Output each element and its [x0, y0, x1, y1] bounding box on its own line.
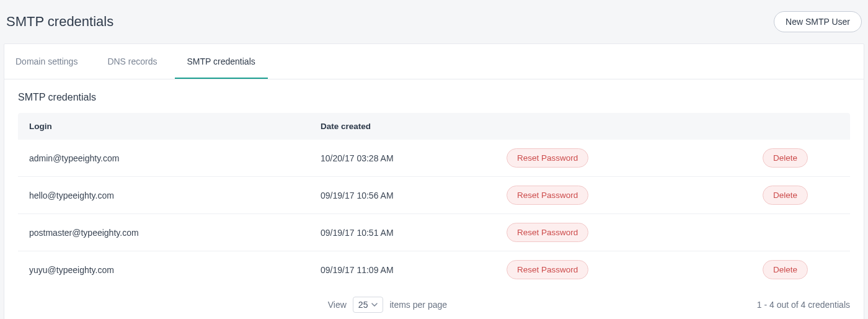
items-per-page-suffix: items per page	[389, 300, 447, 310]
delete-button[interactable]: Delete	[763, 148, 808, 168]
col-header-date: Date created	[321, 122, 507, 131]
table-header: Login Date created	[18, 113, 850, 140]
cell-date: 09/19/17 10:56 AM	[321, 191, 507, 200]
tab-smtp-credentials[interactable]: SMTP credentials	[175, 44, 268, 79]
pagination-count: 1 - 4 out of 4 credentials	[757, 300, 850, 310]
tab-domain-settings[interactable]: Domain settings	[16, 44, 90, 79]
delete-button[interactable]: Delete	[763, 186, 808, 205]
col-header-reset	[507, 122, 705, 131]
page-title: SMTP credentials	[6, 14, 113, 30]
items-per-page-value: 25	[358, 300, 368, 310]
reset-password-button[interactable]: Reset Password	[507, 223, 588, 242]
reset-password-button[interactable]: Reset Password	[507, 260, 588, 279]
table-row: hello@typeeighty.com 09/19/17 10:56 AM R…	[18, 177, 850, 214]
cell-login: admin@typeeighty.com	[29, 153, 321, 163]
items-per-page-select[interactable]: 25	[353, 297, 384, 313]
tab-dns-records[interactable]: DNS records	[95, 44, 169, 79]
cell-login: postmaster@typeeighty.com	[29, 228, 321, 238]
cell-date: 09/19/17 11:09 AM	[321, 265, 507, 275]
table-row: admin@typeeighty.com 10/20/17 03:28 AM R…	[18, 140, 850, 177]
reset-password-button[interactable]: Reset Password	[507, 148, 588, 168]
section-title: SMTP credentials	[4, 79, 864, 113]
cell-login: hello@typeeighty.com	[29, 191, 321, 200]
new-smtp-user-button[interactable]: New SMTP User	[774, 11, 862, 32]
table-row: yuyu@typeeighty.com 09/19/17 11:09 AM Re…	[18, 251, 850, 288]
chevron-down-icon	[371, 302, 378, 308]
delete-button[interactable]: Delete	[763, 260, 808, 279]
col-header-login: Login	[29, 122, 321, 131]
reset-password-button[interactable]: Reset Password	[507, 186, 588, 205]
cell-date: 10/20/17 03:28 AM	[321, 153, 507, 163]
col-header-delete	[705, 122, 839, 131]
main-panel: Domain settings DNS records SMTP credent…	[4, 43, 864, 319]
table-row: postmaster@typeeighty.com 09/19/17 10:51…	[18, 214, 850, 251]
credentials-table: Login Date created admin@typeeighty.com …	[4, 113, 864, 288]
view-label: View	[328, 300, 347, 310]
cell-login: yuyu@typeeighty.com	[29, 265, 321, 275]
tabs: Domain settings DNS records SMTP credent…	[4, 44, 864, 79]
cell-date: 09/19/17 10:51 AM	[321, 228, 507, 238]
table-footer: View 25 items per page 1 - 4 out of 4 cr…	[4, 288, 864, 319]
